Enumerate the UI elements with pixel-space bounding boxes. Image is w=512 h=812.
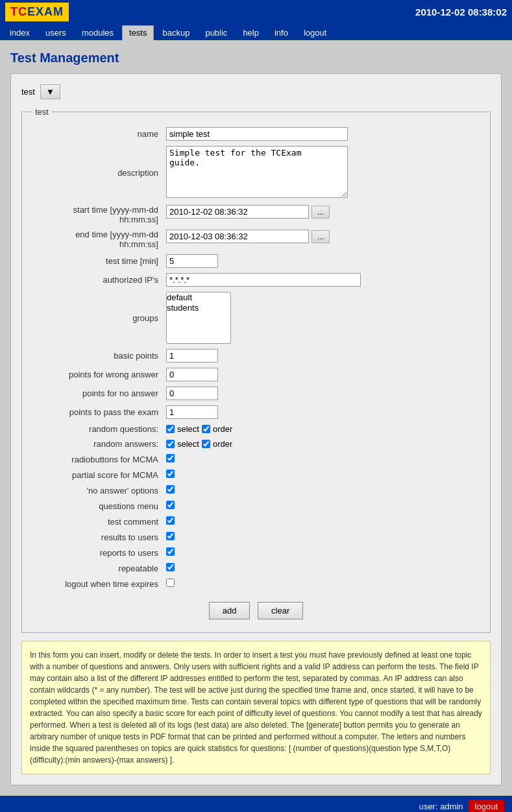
user-label: user: admin [419, 802, 463, 811]
row-basic-points: basic points [32, 346, 480, 365]
checkbox-reports-to-users[interactable] [166, 547, 175, 556]
label-end-time: end time [yyyy-mm-ddhh:mm:ss] [32, 227, 162, 252]
input-points-no[interactable] [166, 387, 218, 400]
checkbox-repeatable[interactable] [166, 563, 175, 571]
cell-test-time [162, 252, 480, 270]
label-partial-score-mcma: partial score for MCMA [32, 467, 162, 483]
input-name[interactable] [166, 127, 348, 141]
test-selector-dropdown[interactable]: ▼ [40, 84, 60, 99]
clear-button[interactable]: clear [258, 602, 303, 619]
action-buttons: add clear [32, 591, 480, 625]
cell-description: Simple test for the TCExam guide. [162, 143, 480, 202]
row-points-no: points for no answer [32, 384, 480, 403]
cell-points-pass [162, 403, 480, 422]
row-start-time: start time [yyyy-mm-ddhh:mm:ss] ... [32, 202, 480, 227]
input-test-time[interactable] [166, 254, 218, 268]
add-button[interactable]: add [209, 602, 250, 619]
logout-button-bottom[interactable]: logout [469, 800, 504, 812]
label-groups: groups [32, 289, 162, 346]
label-logout-when-expires: logout when time expires [32, 576, 162, 591]
label-reports-to-users: reports to users [32, 545, 162, 560]
checkbox-no-answer-options[interactable] [166, 485, 175, 494]
checkbox-test-comment[interactable] [166, 516, 175, 525]
row-partial-score-mcma: partial score for MCMA [32, 467, 480, 483]
test-selector-row: test ▼ [21, 84, 491, 99]
checkbox-rq-order[interactable] [202, 425, 210, 433]
datetime: 2010-12-02 08:38:02 [415, 6, 507, 18]
checkbox-rq-select[interactable] [166, 425, 175, 433]
nav-modules[interactable]: modules [75, 25, 121, 40]
label-random-questions: random questions: [32, 422, 162, 436]
label-radiobuttons-mcma: radiobuttons for MCMA [32, 451, 162, 467]
row-groups: groups default students [32, 289, 480, 346]
nav-index[interactable]: index [3, 25, 37, 40]
label-authorized-ips: authorized IP's [32, 270, 162, 289]
row-repeatable: repeatable [32, 560, 480, 576]
nav-tests[interactable]: tests [122, 25, 154, 40]
info-box: In this form you can insert, modify or d… [21, 641, 491, 774]
checkbox-ra-select[interactable] [166, 440, 175, 448]
row-logout-when-expires: logout when time expires [32, 576, 480, 591]
nav-bar: index users modules tests backup public … [0, 24, 512, 40]
cell-basic-points [162, 346, 480, 365]
nav-users[interactable]: users [38, 25, 73, 40]
checkbox-results-to-users[interactable] [166, 532, 175, 540]
label-ra-order: order [213, 439, 232, 449]
cell-radiobuttons-mcma [162, 451, 480, 467]
checkbox-radiobuttons-mcma[interactable] [166, 454, 175, 462]
label-basic-points: basic points [32, 346, 162, 365]
nav-help[interactable]: help [236, 25, 266, 40]
label-start-time: start time [yyyy-mm-ddhh:mm:ss] [32, 202, 162, 227]
checkbox-logout-when-expires[interactable] [166, 579, 175, 587]
cell-random-questions: select order [162, 422, 480, 436]
cell-partial-score-mcma [162, 467, 480, 483]
cell-test-comment [162, 514, 480, 529]
form-table: name description Simple test for the TCE… [32, 125, 480, 591]
nav-logout[interactable]: logout [297, 25, 334, 40]
start-time-picker-btn[interactable]: ... [311, 206, 330, 219]
label-points-no: points for no answer [32, 384, 162, 403]
row-reports-to-users: reports to users [32, 545, 480, 560]
row-random-answers: random answers: select order [32, 436, 480, 451]
cell-questions-menu [162, 498, 480, 514]
input-end-time[interactable] [166, 230, 309, 243]
row-no-answer-options: 'no answer' options [32, 483, 480, 498]
cell-reports-to-users [162, 545, 480, 560]
input-basic-points[interactable] [166, 349, 218, 363]
end-time-picker-btn[interactable]: ... [311, 230, 330, 243]
cell-start-time: ... [162, 202, 480, 221]
label-rq-select: select [177, 424, 199, 434]
cell-logout-when-expires [162, 576, 480, 591]
nav-backup[interactable]: backup [155, 25, 197, 40]
checkbox-partial-score-mcma[interactable] [166, 470, 175, 478]
checkbox-questions-menu[interactable] [166, 501, 175, 509]
input-authorized-ips[interactable] [166, 273, 361, 287]
option-default: default [167, 293, 230, 303]
label-results-to-users: results to users [32, 529, 162, 545]
row-questions-menu: questions menu [32, 498, 480, 514]
label-no-answer-options: 'no answer' options [32, 483, 162, 498]
fieldset-legend: test [32, 107, 51, 117]
cell-name [162, 125, 480, 143]
row-authorized-ips: authorized IP's [32, 270, 480, 289]
label-name: name [32, 125, 162, 143]
label-rq-order: order [213, 424, 232, 434]
cell-authorized-ips [162, 270, 480, 289]
cell-random-answers: select order [162, 436, 480, 451]
checkbox-ra-order[interactable] [202, 440, 210, 448]
nav-public[interactable]: public [198, 25, 234, 40]
test-selector-label: test [21, 87, 35, 97]
input-start-time[interactable] [166, 205, 309, 219]
cell-end-time: ... [162, 227, 480, 246]
label-repeatable: repeatable [32, 560, 162, 576]
label-points-wrong: points for wrong answer [32, 365, 162, 384]
form-fieldset: test name description Simple test for [21, 107, 491, 633]
input-points-pass[interactable] [166, 405, 218, 419]
input-points-wrong[interactable] [166, 368, 218, 381]
nav-info[interactable]: info [267, 25, 295, 40]
textarea-description[interactable]: Simple test for the TCExam guide. [166, 146, 348, 198]
select-groups[interactable]: default students [166, 292, 231, 344]
cell-no-answer-options [162, 483, 480, 498]
random-answers-row: select order [166, 439, 476, 449]
row-end-time: end time [yyyy-mm-ddhh:mm:ss] ... [32, 227, 480, 252]
